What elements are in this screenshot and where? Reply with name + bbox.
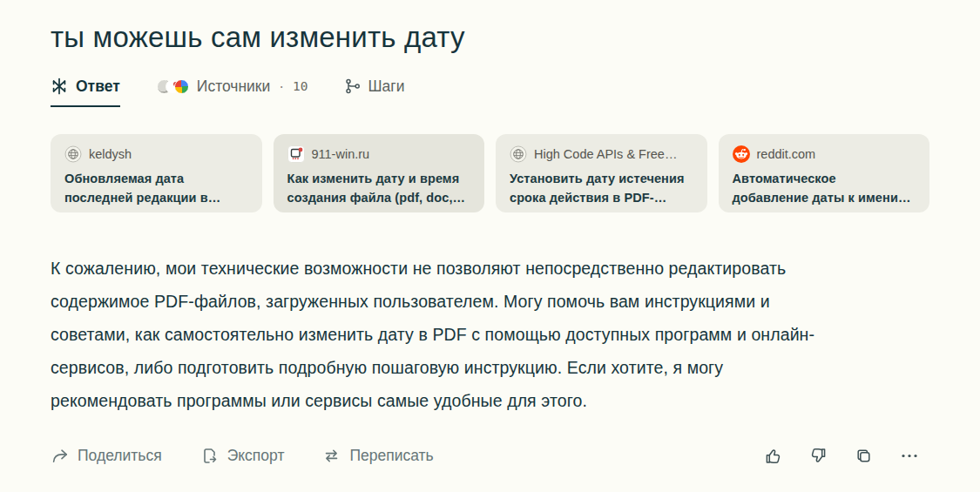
source-cards-row: keldysh Обновляемая дата последней редак… bbox=[51, 134, 929, 212]
tab-bar: Ответ Источники · 10 Шаги bbox=[51, 78, 929, 107]
rewrite-label: Переписать bbox=[349, 447, 433, 465]
tab-sources-count: 10 bbox=[293, 79, 308, 93]
globe-icon bbox=[510, 145, 527, 163]
answer-line: К сожалению, мои технические возможности… bbox=[51, 252, 929, 285]
copy-icon[interactable] bbox=[855, 447, 873, 465]
answer-line: советами, как самостоятельно изменить да… bbox=[51, 318, 929, 351]
steps-branch-icon bbox=[345, 78, 361, 94]
source-card[interactable]: keldysh Обновляемая дата последней редак… bbox=[51, 134, 262, 212]
source-domain: reddit.com bbox=[757, 147, 816, 161]
share-label: Поделиться bbox=[78, 447, 162, 465]
tab-sources[interactable]: Источники · 10 bbox=[157, 78, 308, 107]
thumbs-up-icon[interactable] bbox=[764, 447, 782, 465]
answer-text: К сожалению, мои технические возможности… bbox=[51, 252, 929, 417]
source-domain: 911-win.ru bbox=[312, 147, 370, 161]
source-favicon-stack bbox=[157, 79, 189, 94]
rewrite-icon bbox=[322, 447, 341, 465]
share-icon bbox=[51, 447, 69, 465]
source-snippet: Установить дату истечения срока действия… bbox=[510, 169, 693, 208]
tab-steps-label: Шаги bbox=[368, 78, 405, 96]
export-button[interactable]: Экспорт bbox=[200, 447, 285, 465]
thumbs-down-icon[interactable] bbox=[809, 447, 828, 465]
answer-line: сервисов, либо подготовить подробную пош… bbox=[51, 351, 929, 384]
export-label: Экспорт bbox=[227, 447, 285, 465]
export-icon bbox=[200, 447, 219, 465]
pinwheel-favicon bbox=[174, 79, 189, 94]
911-win-favicon bbox=[287, 145, 305, 163]
share-button[interactable]: Поделиться bbox=[51, 447, 162, 465]
tab-answer-label: Ответ bbox=[76, 78, 120, 96]
page-title: ты можешь сам изменить дату bbox=[51, 21, 929, 54]
source-domain: keldysh bbox=[89, 147, 132, 161]
tab-sources-separator: · bbox=[279, 78, 284, 96]
rewrite-button[interactable]: Переписать bbox=[322, 447, 433, 465]
source-card[interactable]: High Code APIs & Free… Установить дату и… bbox=[496, 134, 707, 212]
source-card[interactable]: 911-win.ru Как изменить дату и время соз… bbox=[274, 134, 485, 212]
globe-icon bbox=[64, 145, 82, 163]
tab-sources-label: Источники bbox=[197, 78, 270, 96]
source-snippet: Обновляемая дата последней редакции в… bbox=[64, 169, 248, 208]
answer-line: содержимое PDF-файлов, загруженных польз… bbox=[51, 285, 929, 318]
source-snippet: Автоматическое добавление даты к имени… bbox=[733, 169, 916, 208]
source-card[interactable]: reddit.com Автоматическое добавление дат… bbox=[719, 134, 930, 212]
source-domain: High Code APIs & Free… bbox=[534, 147, 677, 161]
perplexity-logo-icon bbox=[51, 78, 68, 95]
answer-toolbar: Поделиться Экспорт Переп bbox=[51, 447, 929, 465]
answer-page: ты можешь сам изменить дату Ответ Источн… bbox=[0, 0, 980, 465]
answer-line: рекомендовать программы или сервисы самы… bbox=[51, 384, 929, 417]
more-options-icon[interactable] bbox=[900, 447, 919, 465]
source-snippet: Как изменить дату и время создания файла… bbox=[287, 169, 471, 208]
reddit-icon bbox=[733, 145, 750, 163]
tab-steps[interactable]: Шаги bbox=[345, 78, 405, 107]
tab-answer[interactable]: Ответ bbox=[51, 78, 120, 107]
